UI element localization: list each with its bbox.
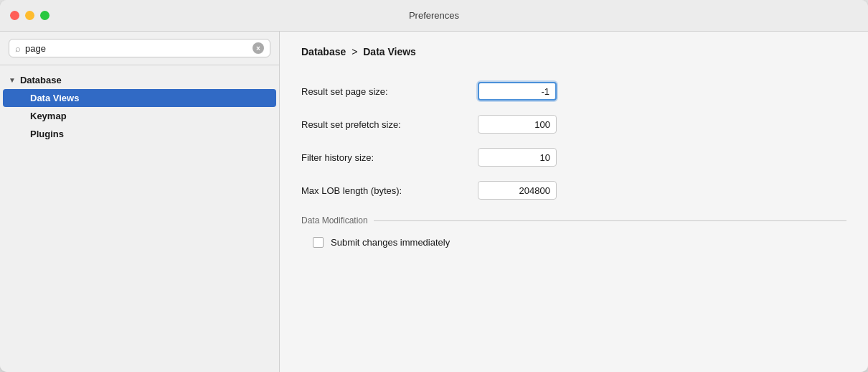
settings-form: Result set page size: Result set prefetc… (301, 75, 846, 252)
input-prefetch-size[interactable] (478, 115, 557, 134)
nav-group-database-label: Database (20, 75, 62, 85)
section-label-data-modification: Data Modification (301, 215, 368, 225)
label-prefetch-size: Result set prefetch size: (301, 119, 466, 130)
search-container: ⌕ × (9, 39, 270, 57)
search-icon: ⌕ (15, 43, 21, 54)
sidebar-item-plugins[interactable]: Plugins (0, 125, 279, 143)
checkbox-submit-changes[interactable] (313, 237, 324, 248)
search-bar: ⌕ × (0, 32, 279, 65)
nav-group-database-header[interactable]: ▼ Database (0, 71, 279, 89)
preferences-window: Preferences ⌕ × ▼ Database Dat (0, 0, 868, 372)
breadcrumb-child: Data Views (363, 46, 416, 57)
form-row-max-lob: Max LOB length (bytes): (301, 174, 846, 207)
input-filter-history[interactable] (478, 148, 557, 167)
label-filter-history: Filter history size: (301, 152, 466, 163)
window-controls (10, 11, 49, 20)
form-row-page-size: Result set page size: (301, 75, 846, 108)
form-row-prefetch-size: Result set prefetch size: (301, 108, 846, 141)
sidebar-item-data-views[interactable]: Data Views (3, 89, 276, 107)
search-clear-button[interactable]: × (253, 42, 264, 54)
search-input[interactable] (25, 43, 248, 54)
maximize-button[interactable] (40, 11, 49, 20)
sidebar: ⌕ × ▼ Database Data Views Keymap Plugins (0, 32, 280, 372)
nav-tree: ▼ Database Data Views Keymap Plugins (0, 65, 279, 150)
breadcrumb: Database > Data Views (301, 46, 846, 57)
input-page-size[interactable] (478, 82, 557, 101)
breadcrumb-separator: > (352, 46, 357, 57)
checkbox-label-submit-changes: Submit changes immediately (331, 237, 450, 248)
label-page-size: Result set page size: (301, 86, 466, 97)
minimize-button[interactable] (25, 11, 34, 20)
title-bar: Preferences (0, 0, 868, 32)
breadcrumb-parent: Database (301, 46, 346, 57)
close-button[interactable] (10, 11, 19, 20)
nav-group-database: ▼ Database Data Views Keymap Plugins (0, 71, 279, 143)
chevron-down-icon: ▼ (9, 76, 16, 84)
main-content: ⌕ × ▼ Database Data Views Keymap Plugins (0, 32, 868, 372)
input-max-lob[interactable] (478, 181, 557, 200)
content-panel: Database > Data Views Result set page si… (280, 32, 868, 372)
divider-line (374, 220, 846, 221)
sidebar-item-keymap[interactable]: Keymap (0, 107, 279, 125)
window-title: Preferences (409, 10, 459, 21)
section-divider-data-modification: Data Modification (301, 215, 846, 225)
label-max-lob: Max LOB length (bytes): (301, 185, 466, 196)
checkbox-row-submit-changes: Submit changes immediately (301, 233, 846, 252)
form-row-filter-history: Filter history size: (301, 141, 846, 174)
